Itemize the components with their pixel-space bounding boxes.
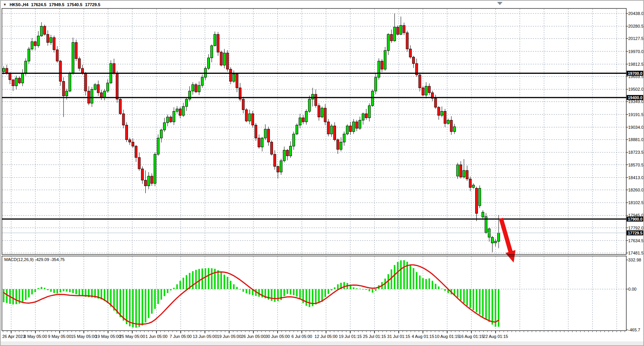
time-axis-label: 1 Jun 05:00 <box>145 334 168 339</box>
time-axis-label: 30 Jun 05:00 <box>265 334 290 339</box>
time-axis-label: 15 May 05:00 <box>71 334 97 339</box>
svg-text:18413.0: 18413.0 <box>628 175 644 180</box>
quote-open: 17624.5 <box>31 2 47 7</box>
symbol-dropdown-icon[interactable]: ▼ <box>3 3 7 7</box>
time-axis-label: 19 Jun 05:00 <box>217 334 241 339</box>
svg-text:19191.5: 19191.5 <box>628 112 644 117</box>
chart-window: ▼ HK50-,H4 17624.5 17949.5 17540.5 17729… <box>0 0 644 346</box>
time-axis-label: 7 Jun 05:00 <box>170 334 192 339</box>
quote-bar: ▼ HK50-,H4 17624.5 17949.5 17540.5 17729… <box>3 2 100 8</box>
time-axis-label: 4 Aug 01:15 <box>412 334 434 339</box>
time-axis-label: 31 Jul 01:15 <box>387 334 410 339</box>
grid <box>2 9 626 330</box>
svg-text:17481.5: 17481.5 <box>628 251 644 255</box>
time-axis-label: 9 May 05:00 <box>48 334 72 339</box>
price-axis: 20438.020280.520127.519970.019812.519659… <box>626 11 644 332</box>
svg-text:19502.0: 19502.0 <box>628 87 644 91</box>
svg-text:18102.5: 18102.5 <box>628 200 644 205</box>
svg-text:20127.5: 20127.5 <box>628 36 644 41</box>
time-axis-label: 25 May 05:00 <box>120 334 145 339</box>
chart-canvas[interactable]: 20438.020280.520127.519970.019812.519659… <box>1 1 644 346</box>
svg-text:19400.0: 19400.0 <box>628 95 642 100</box>
svg-text:-465.7: -465.7 <box>628 328 640 332</box>
time-axis-label: 10 Aug 01:15 <box>435 334 460 339</box>
svg-text:0.00: 0.00 <box>628 287 636 291</box>
svg-text:18260.0: 18260.0 <box>628 188 644 192</box>
scroll-marker-icon[interactable] <box>497 2 503 5</box>
time-axis-label: 26 Apr 2023 <box>2 334 25 339</box>
time-axis-label: 22 Aug 01:15 <box>483 334 508 339</box>
time-axis-label: 3 May 05:00 <box>24 334 47 339</box>
svg-text:332.98: 332.98 <box>628 258 641 262</box>
time-axis-label: 26 Jun 05:00 <box>241 334 266 339</box>
svg-text:19034.0: 19034.0 <box>628 125 644 130</box>
time-axis-label: 19 May 05:00 <box>95 334 121 339</box>
quote-low: 17540.5 <box>67 2 82 7</box>
svg-text:19700.0: 19700.0 <box>628 71 642 76</box>
time-axis-label: 13 Jun 05:00 <box>193 334 217 339</box>
macd-signal-line <box>4 265 499 324</box>
time-axis-label: 25 Jul 01:15 <box>363 334 386 339</box>
svg-text:18723.5: 18723.5 <box>628 150 644 155</box>
svg-text:17634.5: 17634.5 <box>628 238 644 243</box>
svg-text:20438.0: 20438.0 <box>628 11 644 16</box>
time-axis-label: 16 Aug 01:15 <box>459 334 484 339</box>
time-axis-label: 6 Jul 05:00 <box>291 334 312 339</box>
time-axis: 26 Apr 20233 May 05:009 May 05:0015 May … <box>1 331 644 346</box>
svg-text:17729.5: 17729.5 <box>628 231 642 235</box>
bar-position-marker <box>497 2 503 5</box>
horizontal-lines <box>2 73 626 233</box>
quote-close: 17729.5 <box>85 2 100 7</box>
candles <box>3 13 500 252</box>
macd-indicator-label: MACD(12,26,9) -429.09 -354.75 <box>4 257 65 262</box>
panel-borders <box>2 8 626 331</box>
macd-label: MACD(12,26,9) -429.09 -354.75 <box>4 257 65 262</box>
time-axis-label: 12 Jul 05:00 <box>315 334 338 339</box>
svg-text:19812.5: 19812.5 <box>628 62 644 67</box>
time-axis-label: 19 Jul 01:15 <box>339 334 362 339</box>
svg-text:19970.0: 19970.0 <box>628 49 644 54</box>
svg-text:18570.5: 18570.5 <box>628 163 644 167</box>
quote-high: 17949.5 <box>49 2 65 7</box>
symbol-label: HK50-,H4 <box>10 2 28 7</box>
macd-histogram <box>3 260 499 328</box>
svg-text:18881.0: 18881.0 <box>628 137 644 142</box>
svg-text:17792.0: 17792.0 <box>628 226 644 230</box>
svg-text:20280.5: 20280.5 <box>628 24 644 28</box>
svg-text:17900.0: 17900.0 <box>628 217 642 221</box>
svg-text:19349.0: 19349.0 <box>628 99 644 104</box>
